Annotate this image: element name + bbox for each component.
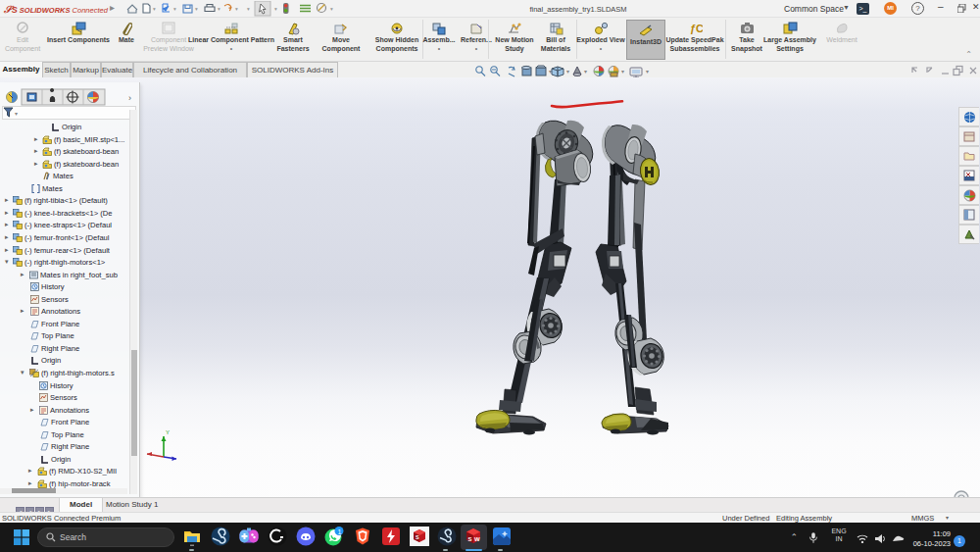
svg-text:S: S [416, 534, 419, 540]
svg-text:▾: ▾ [247, 6, 250, 12]
svg-text:▾: ▾ [646, 69, 649, 75]
svg-text:W: W [474, 536, 480, 542]
svg-text:1: 1 [337, 528, 341, 535]
svg-text:▾: ▾ [566, 69, 569, 75]
svg-text:▾: ▾ [195, 6, 198, 12]
svg-text:▾: ▾ [274, 6, 277, 12]
svg-text:▾: ▾ [235, 6, 238, 12]
svg-text:S: S [468, 536, 472, 542]
svg-text:▾: ▾ [330, 6, 333, 12]
svg-text:▾: ▾ [621, 69, 624, 75]
svg-text:ƒC: ƒC [690, 23, 703, 34]
svg-text:Y: Y [166, 429, 170, 435]
svg-text:▾: ▾ [153, 6, 156, 12]
svg-text:▾: ▾ [218, 6, 220, 12]
svg-text:▾: ▾ [584, 69, 587, 75]
svg-text:›: › [128, 93, 131, 103]
svg-text:▾: ▾ [173, 6, 176, 12]
